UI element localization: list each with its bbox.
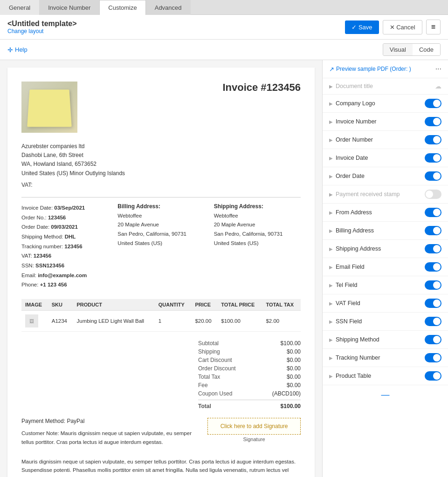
- expand-icon[interactable]: ▶: [329, 174, 333, 179]
- order-discount-row: Order Discount $0.00: [198, 364, 301, 373]
- invoice-details-row: Invoice Date: 03/Sep/2021 Order No.: 123…: [21, 203, 301, 290]
- rp-item-product-table: ▶ Product Table: [323, 367, 448, 385]
- tab-invoice-number[interactable]: Invoice Number: [39, 0, 99, 15]
- rp-label: VAT Field: [336, 300, 360, 307]
- expand-icon[interactable]: ▶: [329, 137, 333, 143]
- toggle-from-address[interactable]: [425, 208, 441, 217]
- expand-icon[interactable]: ▶: [329, 265, 333, 270]
- tab-customize[interactable]: Customize: [99, 0, 145, 15]
- col-total-price: TOTAL PRICE: [217, 299, 262, 311]
- rp-item-billing-address: ▶ Billing Address: [323, 222, 448, 240]
- visual-view-button[interactable]: Visual: [383, 44, 413, 55]
- expand-icon[interactable]: ▶: [329, 119, 333, 124]
- more-button[interactable]: ≡: [426, 20, 441, 34]
- expand-icon[interactable]: ▶: [329, 283, 333, 288]
- toggle-vat-field[interactable]: [425, 299, 441, 308]
- toggle-ssn-field[interactable]: [425, 317, 441, 326]
- coupon-row: Coupon Used (ABCD100): [198, 389, 301, 398]
- toggle-email-field[interactable]: [425, 262, 441, 272]
- row-sku: A1234: [48, 311, 73, 332]
- change-layout-link[interactable]: Change layout: [7, 28, 76, 34]
- shipping-value: $0.00: [287, 348, 301, 355]
- invoice-date-row: Invoice Date: 03/Sep/2021: [21, 203, 108, 213]
- expand-icon[interactable]: ▶: [329, 192, 333, 197]
- expand-icon[interactable]: ▶: [329, 337, 333, 342]
- coupon-label: Coupon Used: [198, 390, 232, 397]
- toggle-order-date[interactable]: [425, 171, 441, 181]
- rp-item-email-field: ▶ Email Field: [323, 258, 448, 276]
- rp-label: Order Number: [336, 136, 373, 143]
- col-price: PRICE: [191, 299, 217, 311]
- toggle-order-number[interactable]: [425, 135, 441, 144]
- main-content: Invoice #123456 Azurebster companies ltd…: [0, 60, 448, 477]
- col-total-tax: TOTAL TAX: [262, 299, 301, 311]
- tabs-bar: General Invoice Number Customize Advance…: [0, 0, 448, 15]
- toggle-shipping-method[interactable]: [425, 335, 441, 344]
- ssn-row: SSN: SSN123456: [21, 261, 108, 271]
- rp-item-left: ▶ From Address: [329, 209, 372, 216]
- preview-pdf-link[interactable]: ↗ Preview sample PDF (Order: ): [329, 66, 411, 73]
- rp-label: Tracking Number: [336, 354, 380, 361]
- cancel-button[interactable]: ✕ Cancel: [383, 20, 422, 34]
- expand-icon[interactable]: ▶: [329, 101, 333, 106]
- rp-item-from-address: ▶ From Address: [323, 204, 448, 222]
- expand-icon[interactable]: ▶: [329, 228, 333, 233]
- expand-icon[interactable]: ▶: [329, 319, 333, 324]
- col-quantity: QUANTITY: [155, 299, 192, 311]
- minus-icon[interactable]: —: [381, 390, 390, 400]
- col-product: PRODUCT: [73, 299, 154, 311]
- tab-advanced[interactable]: Advanced: [146, 0, 191, 15]
- toggle-company-logo[interactable]: [425, 99, 441, 108]
- preview-pdf-label: Preview sample PDF (Order: ): [336, 66, 411, 72]
- fee-label: Fee: [198, 382, 208, 388]
- toggle-product-table[interactable]: [425, 371, 441, 381]
- expand-icon[interactable]: ▶: [329, 210, 333, 215]
- vat-label: VAT:: [21, 181, 301, 190]
- rp-label: Tel Field: [336, 282, 358, 288]
- company-address2: WA, Howland Island, 6573652: [21, 160, 301, 169]
- total-label: Total: [198, 403, 211, 409]
- expand-icon[interactable]: ▶: [329, 355, 333, 361]
- row-total-price: $100.00: [217, 311, 262, 332]
- help-label: Help: [15, 46, 28, 53]
- panel-more-button[interactable]: ···: [435, 65, 441, 73]
- help-button[interactable]: ✛ Help: [7, 46, 28, 54]
- rp-item-invoice-number: ▶ Invoice Number: [323, 113, 448, 131]
- signature-button[interactable]: Click here to add Signature: [207, 418, 301, 435]
- toggle-billing-address[interactable]: [425, 226, 441, 235]
- rp-item-vat-field: ▶ VAT Field: [323, 294, 448, 313]
- company-address3: United States (US) Minor Outlying Island…: [21, 169, 301, 178]
- product-image: [27, 89, 72, 127]
- row-product: Jumbing LED Light Wall Ball: [73, 311, 154, 332]
- expand-icon[interactable]: ▶: [329, 246, 333, 252]
- expand-icon[interactable]: ▶: [329, 301, 333, 306]
- save-button[interactable]: ✓ Save: [345, 20, 379, 34]
- company-info: Azurebster companies ltd Dashobi Lane, 6…: [21, 142, 301, 190]
- code-view-button[interactable]: Code: [413, 44, 440, 55]
- shipping-address-block: Shipping Address: Webtoffee 20 Maple Ave…: [214, 203, 301, 290]
- toggle-shipping-address[interactable]: [425, 244, 441, 253]
- rp-item-left: ▶ Product Table: [329, 373, 371, 379]
- shipping-label: Shipping: [198, 348, 220, 355]
- right-panel: ↗ Preview sample PDF (Order: ) ··· ▶ Doc…: [322, 60, 448, 477]
- expand-icon[interactable]: ▶: [329, 156, 333, 161]
- rp-label: Product Table: [336, 373, 371, 379]
- rp-label: Email Field: [336, 264, 365, 270]
- rp-doc-title-arrow[interactable]: ▶: [329, 84, 333, 89]
- cart-discount-row: Cart Discount $0.00: [198, 356, 301, 364]
- billing-name: Webtoffee: [117, 211, 204, 221]
- toggle-tel-field[interactable]: [425, 280, 441, 290]
- toggle-tracking-number[interactable]: [425, 353, 441, 362]
- billing-country: United States (US): [117, 239, 204, 248]
- toggle-payment-stamp[interactable]: [425, 190, 441, 199]
- toggle-invoice-date[interactable]: [425, 153, 441, 163]
- subtotal-row: Subtotal $100.00: [198, 339, 301, 348]
- order-discount-label: Order Discount: [198, 365, 236, 372]
- fee-value: $0.00: [287, 382, 301, 388]
- row-price: $20.00: [191, 311, 217, 332]
- tab-general[interactable]: General: [0, 0, 39, 15]
- toggle-invoice-number[interactable]: [425, 117, 441, 126]
- rp-item-order-date: ▶ Order Date: [323, 167, 448, 185]
- expand-icon[interactable]: ▶: [329, 374, 333, 379]
- table-row: 🖼 A1234 Jumbing LED Light Wall Ball 1 $2…: [21, 311, 301, 332]
